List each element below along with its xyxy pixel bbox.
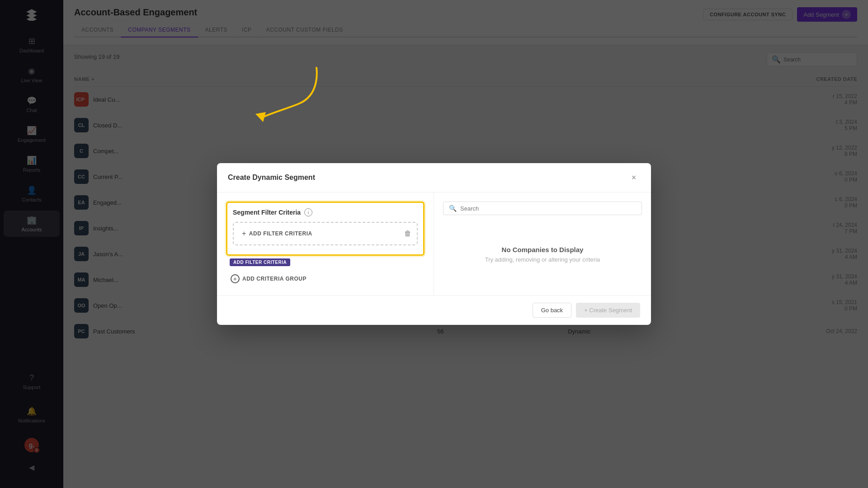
no-companies-container: No Companies to Display Try adding, remo… xyxy=(443,246,642,263)
modal-search-container: 🔍 xyxy=(443,202,642,215)
add-criteria-group-button[interactable]: + ADD CRITERIA GROUP xyxy=(226,272,311,286)
modal-footer: Go back + Create Segment xyxy=(217,295,651,325)
criteria-header: Segment Filter Criteria i xyxy=(233,208,418,216)
modal-overlay: Create Dynamic Segment × Segment Filter … xyxy=(0,0,868,488)
no-companies-title: No Companies to Display xyxy=(443,246,642,253)
svg-marker-0 xyxy=(255,112,266,122)
inner-criteria-box: + ADD FILTER CRITERIA 🗑 xyxy=(233,222,418,245)
add-filter-criteria-button[interactable]: + ADD FILTER CRITERIA xyxy=(237,227,317,240)
plus-icon: + xyxy=(242,230,246,238)
add-filter-tooltip-container: ADD FILTER CRITERIA xyxy=(230,258,425,268)
modal-title: Create Dynamic Segment xyxy=(228,174,315,182)
go-back-button[interactable]: Go back xyxy=(533,303,571,318)
circle-plus-icon: + xyxy=(231,274,240,283)
modal-right-panel: 🔍 No Companies to Display Try adding, re… xyxy=(434,192,651,295)
criteria-info-icon[interactable]: i xyxy=(304,208,312,216)
modal-close-button[interactable]: × xyxy=(627,171,640,184)
delete-criteria-icon[interactable]: 🗑 xyxy=(402,228,413,239)
criteria-title: Segment Filter Criteria xyxy=(233,209,301,216)
modal-body: Segment Filter Criteria i + ADD FILTER C… xyxy=(217,192,651,295)
add-filter-tooltip: ADD FILTER CRITERIA xyxy=(230,258,290,266)
add-criteria-group-container: + ADD CRITERIA GROUP xyxy=(226,272,425,286)
modal-search-input[interactable] xyxy=(460,205,636,212)
no-companies-subtitle: Try adding, removing or altering your cr… xyxy=(443,256,642,263)
annotation-arrow xyxy=(240,59,330,140)
modal-left-panel: Segment Filter Criteria i + ADD FILTER C… xyxy=(217,192,434,295)
segment-filter-criteria-box: Segment Filter Criteria i + ADD FILTER C… xyxy=(226,202,425,256)
create-segment-modal: Create Dynamic Segment × Segment Filter … xyxy=(217,163,651,325)
modal-header: Create Dynamic Segment × xyxy=(217,163,651,192)
modal-search-icon: 🔍 xyxy=(449,205,457,212)
create-segment-button[interactable]: + Create Segment xyxy=(576,303,640,318)
